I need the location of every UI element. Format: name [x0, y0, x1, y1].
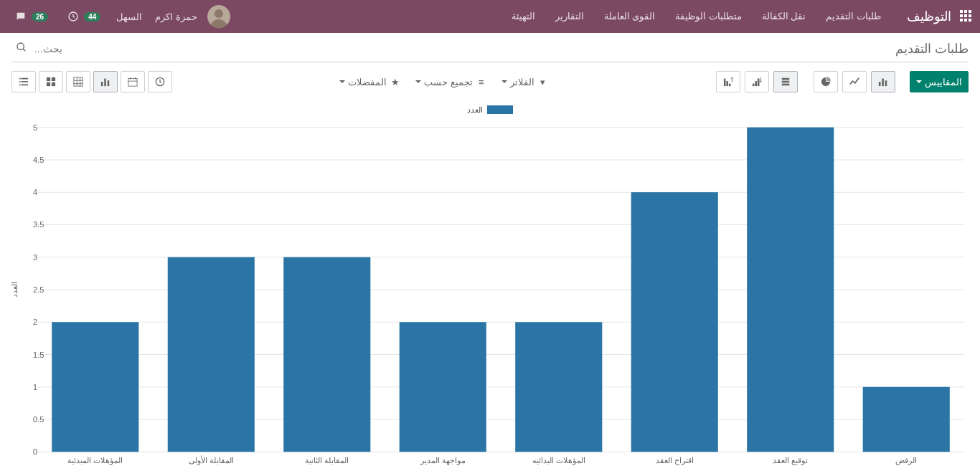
sort-desc-button[interactable]: [745, 71, 769, 92]
chart-type-pie-button[interactable]: [814, 71, 838, 92]
sort-desc-icon: [751, 76, 763, 87]
company-name[interactable]: السهل: [116, 11, 142, 22]
favorites-button[interactable]: ★ المفضلات: [334, 71, 407, 92]
page-title: طلبات التقديم: [895, 41, 969, 57]
svg-text:4: 4: [33, 188, 37, 196]
activities-button[interactable]: 44: [67, 10, 100, 23]
svg-rect-15: [729, 84, 731, 87]
svg-text:4.5: 4.5: [33, 156, 44, 164]
nav-item-applications[interactable]: طلبات التقديم: [816, 0, 891, 33]
search-input[interactable]: [32, 40, 867, 57]
svg-rect-23: [52, 77, 55, 81]
svg-rect-12: [758, 79, 760, 87]
chart-type-line-button[interactable]: [842, 71, 867, 92]
sort-asc-button[interactable]: [716, 71, 740, 92]
avatar[interactable]: [207, 5, 230, 28]
svg-text:المقابلة الأولى: المقابلة الأولى: [189, 455, 234, 465]
svg-rect-32: [104, 79, 106, 87]
list-icon: [18, 76, 29, 87]
svg-rect-6: [885, 80, 887, 86]
svg-text:3: 3: [33, 253, 37, 262]
svg-text:اقتراح العقد: اقتراح العقد: [656, 456, 694, 465]
main-nav: طلبات التقديم نقل الكفالة متطلبات الوظيف…: [501, 0, 892, 33]
chat-badge: 26: [32, 12, 48, 22]
svg-text:المقابلة الثانية: المقابلة الثانية: [305, 456, 349, 465]
measures-button[interactable]: المقاييس: [910, 71, 969, 92]
messaging-button[interactable]: 26: [14, 10, 48, 23]
svg-rect-8: [782, 81, 790, 83]
graph-icon: [100, 76, 111, 87]
svg-rect-21: [22, 85, 29, 86]
svg-text:المؤهلات المبدئية: المؤهلات المبدئية: [67, 456, 123, 465]
nav-item-reports[interactable]: التقارير: [545, 0, 594, 33]
user-name[interactable]: حمزة اكرم: [155, 11, 197, 22]
svg-text:2: 2: [33, 318, 37, 326]
svg-text:توقيع العقد: توقيع العقد: [773, 456, 808, 465]
stack-icon: [780, 76, 791, 87]
view-activity-button[interactable]: [148, 71, 172, 92]
nav-item-config[interactable]: التهيئة: [501, 0, 545, 33]
bar-chart: 00.511.522.533.544.55المؤهلات المبدئيةال…: [9, 118, 971, 471]
nav-item-job-requirements[interactable]: متطلبات الوظيفة: [665, 0, 752, 33]
view-kanban-button[interactable]: [39, 71, 63, 92]
svg-text:0.5: 0.5: [33, 415, 44, 424]
svg-rect-63: [168, 257, 255, 452]
svg-text:العدد: العدد: [10, 282, 19, 298]
activity-clock-icon: [154, 76, 166, 87]
svg-rect-22: [47, 77, 50, 81]
svg-rect-71: [631, 192, 718, 452]
line-chart-icon: [849, 76, 860, 87]
svg-text:المؤهلات البدائيه: المؤهلات البدائيه: [532, 456, 585, 465]
svg-rect-5: [882, 79, 884, 87]
search-button[interactable]: [11, 40, 32, 57]
svg-rect-75: [863, 387, 950, 452]
chart-legend: العدد: [9, 105, 971, 115]
activities-badge: 44: [84, 12, 100, 22]
svg-rect-18: [19, 81, 21, 82]
nav-item-workforce[interactable]: القوى العاملة: [594, 0, 666, 33]
svg-text:5: 5: [33, 123, 37, 132]
svg-rect-25: [52, 82, 55, 86]
svg-text:الرفض: الرفض: [895, 456, 917, 465]
nav-item-sponsorship[interactable]: نقل الكفالة: [752, 0, 816, 33]
clock-icon: [67, 10, 80, 23]
svg-point-1: [215, 9, 223, 18]
svg-rect-69: [515, 322, 602, 452]
view-list-button[interactable]: [11, 71, 36, 92]
svg-rect-34: [128, 79, 137, 87]
view-graph-button[interactable]: [93, 71, 118, 92]
svg-rect-9: [782, 84, 790, 86]
stacked-button[interactable]: [773, 71, 798, 92]
view-calendar-button[interactable]: [121, 71, 145, 92]
svg-rect-17: [22, 78, 29, 80]
svg-rect-20: [19, 85, 21, 86]
chart-type-bar-button[interactable]: [871, 71, 895, 92]
sort-asc-icon: [722, 76, 734, 87]
svg-rect-67: [400, 322, 486, 452]
table-icon: [72, 76, 84, 87]
calendar-icon: [127, 76, 138, 87]
svg-rect-13: [724, 79, 726, 87]
svg-rect-10: [753, 84, 755, 87]
legend-swatch: [487, 105, 513, 114]
svg-rect-61: [52, 322, 138, 452]
svg-rect-7: [782, 78, 790, 80]
svg-text:0: 0: [33, 447, 37, 456]
app-title: التوظيف: [907, 9, 951, 24]
kanban-icon: [45, 76, 57, 87]
bar-chart-icon: [877, 76, 889, 87]
svg-text:1: 1: [33, 383, 37, 391]
svg-rect-11: [755, 81, 757, 86]
legend-label: العدد: [467, 105, 483, 115]
svg-rect-26: [74, 77, 83, 86]
view-pivot-button[interactable]: [66, 71, 90, 92]
apps-launcher-icon[interactable]: [958, 10, 971, 23]
search-icon: [16, 42, 27, 53]
svg-rect-33: [108, 80, 110, 86]
filters-button[interactable]: ▾ الفلاتر: [496, 71, 555, 92]
svg-rect-4: [879, 82, 881, 86]
svg-rect-31: [101, 82, 103, 86]
svg-line-3: [23, 49, 25, 51]
svg-rect-14: [726, 81, 728, 86]
groupby-button[interactable]: ≡ تجميع حسب: [410, 71, 493, 92]
